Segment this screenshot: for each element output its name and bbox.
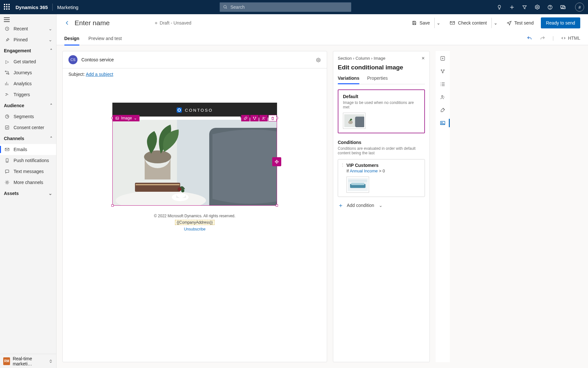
group-label: Channels (4, 136, 24, 141)
default-variant-card[interactable]: Default Image to be used when no conditi… (338, 89, 425, 133)
rail-add-icon[interactable] (436, 56, 450, 61)
chat-icon[interactable] (560, 4, 566, 10)
nav-group-audience[interactable]: Audience˄ (0, 100, 56, 111)
rail-image-icon[interactable] (436, 120, 450, 126)
resize-handle[interactable] (276, 204, 278, 207)
save-button[interactable]: Save ⌄ (409, 18, 442, 28)
svg-point-35 (178, 187, 181, 191)
lightbulb-icon[interactable] (497, 5, 502, 10)
env-badge: RM (3, 357, 10, 365)
nav-group-channels[interactable]: Channels˄ (0, 133, 56, 144)
group-label: Audience (4, 103, 24, 108)
panel-title: Edit conditional image (338, 64, 425, 71)
back-button[interactable] (64, 20, 70, 26)
app-launcher-icon[interactable] (4, 4, 10, 10)
nav-get-started[interactable]: ▷Get started (0, 56, 56, 67)
test-send-button[interactable]: Test send (504, 18, 536, 28)
delete-icon[interactable] (268, 115, 277, 121)
tab-variations[interactable]: Variations (338, 76, 359, 84)
search-input[interactable]: Search (220, 2, 351, 12)
html-button[interactable]: HTML (561, 36, 580, 41)
nav-group-engagement[interactable]: Engagement ˄ (0, 45, 56, 56)
nav-emails[interactable]: Emails (0, 144, 56, 155)
crumb-image[interactable]: Image (374, 56, 385, 61)
chevron-down-icon[interactable]: ⌄ (434, 18, 442, 28)
svg-rect-7 (561, 5, 564, 8)
hero-image[interactable] (113, 118, 277, 205)
journey-icon (4, 70, 10, 75)
block-type-tag[interactable]: Image ⌄ (113, 115, 139, 121)
default-thumbnail[interactable] (343, 113, 366, 129)
add-condition-button[interactable]: ＋ Add condition ⌄ (338, 201, 425, 209)
crumb-column[interactable]: Column (356, 56, 370, 61)
svg-point-24 (255, 117, 256, 118)
rail-list-icon[interactable] (436, 81, 450, 87)
nav-recent[interactable]: Recent ⌄ (0, 23, 56, 34)
nav-label: More channels (14, 180, 43, 185)
selected-image-block[interactable]: Image ⌄ (112, 118, 277, 206)
trigger-icon (4, 92, 10, 97)
hamburger-icon[interactable] (4, 17, 10, 22)
svg-rect-32 (136, 184, 180, 185)
gear-icon[interactable] (534, 4, 540, 10)
svg-point-6 (550, 8, 550, 8)
email-body: CONTOSO Image ⌄ (112, 103, 277, 362)
nav-analytics[interactable]: Analytics (0, 78, 56, 89)
tab-design[interactable]: Design (64, 32, 79, 45)
check-content-button[interactable]: Check content ⌄ (447, 18, 500, 28)
rail-link-icon[interactable] (436, 68, 450, 74)
brand-name: Dynamics 365 (15, 5, 48, 10)
tab-properties[interactable]: Properties (367, 76, 388, 84)
add-subject-link[interactable]: Add a subject (86, 72, 113, 77)
nav-label: Segments (14, 114, 34, 119)
tab-preview[interactable]: Preview and test (88, 32, 122, 45)
ready-to-send-button[interactable]: Ready to send (541, 17, 580, 28)
personalization-icon[interactable] (259, 115, 268, 121)
sms-icon (4, 169, 10, 174)
filter-icon[interactable] (522, 5, 527, 10)
move-handle[interactable] (272, 157, 281, 166)
nav-triggers[interactable]: Triggers (0, 89, 56, 100)
nav-consent[interactable]: Consent center (0, 122, 56, 133)
close-icon[interactable]: ✕ (421, 56, 425, 61)
rail-brush-icon[interactable] (436, 107, 450, 113)
nav-text[interactable]: Text messages (0, 166, 56, 177)
help-icon[interactable] (547, 5, 553, 10)
plus-icon[interactable] (509, 5, 515, 10)
nav-push[interactable]: Push notifications (0, 155, 56, 166)
nav-pinned[interactable]: Pinned ⌄ (0, 34, 56, 45)
nav-segments[interactable]: Segments (0, 111, 56, 122)
svg-line-1 (226, 8, 227, 9)
svg-point-11 (8, 74, 9, 75)
resize-handle[interactable] (111, 204, 114, 207)
page-title[interactable]: Enter name (75, 19, 110, 27)
link-icon[interactable] (241, 115, 250, 121)
condition-rule: If Annual Income > 0 (346, 169, 421, 173)
html-label: HTML (568, 36, 580, 41)
rail-person-icon[interactable] (436, 94, 450, 100)
consent-icon (4, 125, 10, 130)
crumb-section[interactable]: Section (338, 56, 352, 61)
user-avatar[interactable]: # (575, 3, 584, 12)
branch-icon[interactable] (250, 115, 259, 121)
svg-point-4 (537, 6, 538, 8)
module-name[interactable]: Marketing (57, 5, 78, 10)
nav-group-assets[interactable]: Assets⌄ (0, 188, 56, 199)
more-channels-icon (4, 180, 10, 185)
environment-switcher[interactable]: RM Real-time marketi… (0, 354, 56, 368)
gear-icon[interactable] (316, 57, 321, 62)
nav-more-channels[interactable]: More channels (0, 177, 56, 188)
condition-title: VIP Customers (346, 163, 421, 168)
drag-handle-icon[interactable]: ⋮⋮ (341, 164, 345, 193)
nav-journeys[interactable]: Journeys (0, 67, 56, 78)
sender-badge: CS (68, 55, 77, 64)
condition-field-link[interactable]: Annual Income (350, 169, 378, 173)
condition-card[interactable]: ⋮⋮ VIP Customers If Annual Income > 0 (338, 159, 425, 197)
redo-button[interactable] (540, 35, 545, 41)
svg-point-47 (442, 72, 443, 73)
undo-button[interactable] (527, 35, 532, 41)
unsubscribe-link[interactable]: Unsubscribe (184, 227, 206, 231)
condition-thumbnail[interactable] (346, 177, 369, 193)
chevron-down-icon[interactable]: ⌄ (491, 18, 500, 28)
address-token[interactable]: {{CompanyAddress}} (175, 220, 214, 225)
